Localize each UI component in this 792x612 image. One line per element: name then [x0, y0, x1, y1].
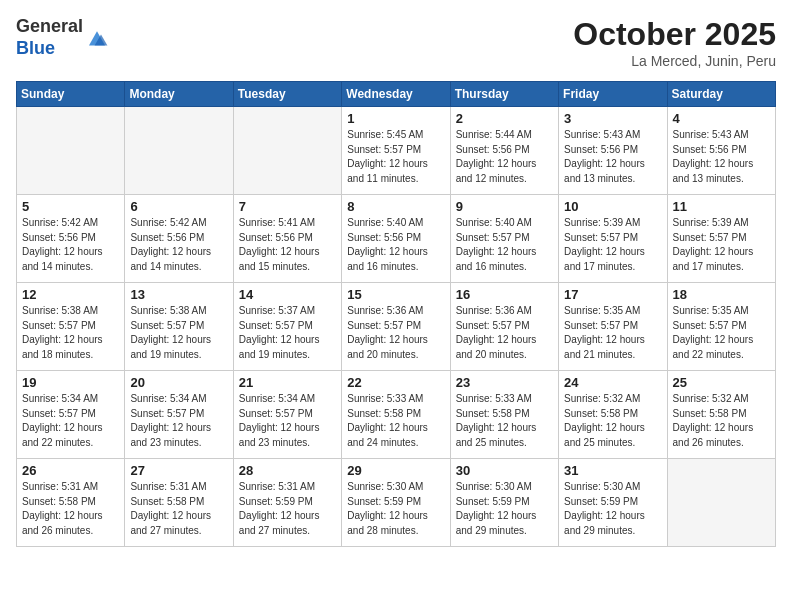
- day-number: 1: [347, 111, 444, 126]
- day-info: Sunrise: 5:34 AM Sunset: 5:57 PM Dayligh…: [130, 392, 227, 450]
- day-number: 28: [239, 463, 336, 478]
- day-info: Sunrise: 5:36 AM Sunset: 5:57 PM Dayligh…: [347, 304, 444, 362]
- calendar-cell: 9Sunrise: 5:40 AM Sunset: 5:57 PM Daylig…: [450, 195, 558, 283]
- day-info: Sunrise: 5:31 AM Sunset: 5:58 PM Dayligh…: [22, 480, 119, 538]
- day-number: 20: [130, 375, 227, 390]
- day-number: 14: [239, 287, 336, 302]
- calendar-cell: 27Sunrise: 5:31 AM Sunset: 5:58 PM Dayli…: [125, 459, 233, 547]
- calendar-cell: 13Sunrise: 5:38 AM Sunset: 5:57 PM Dayli…: [125, 283, 233, 371]
- week-row-3: 12Sunrise: 5:38 AM Sunset: 5:57 PM Dayli…: [17, 283, 776, 371]
- day-number: 2: [456, 111, 553, 126]
- calendar-cell: 25Sunrise: 5:32 AM Sunset: 5:58 PM Dayli…: [667, 371, 775, 459]
- weekday-header-friday: Friday: [559, 82, 667, 107]
- calendar-cell: 12Sunrise: 5:38 AM Sunset: 5:57 PM Dayli…: [17, 283, 125, 371]
- day-number: 25: [673, 375, 770, 390]
- day-info: Sunrise: 5:39 AM Sunset: 5:57 PM Dayligh…: [673, 216, 770, 274]
- day-number: 12: [22, 287, 119, 302]
- calendar-cell: 28Sunrise: 5:31 AM Sunset: 5:59 PM Dayli…: [233, 459, 341, 547]
- calendar-cell: 29Sunrise: 5:30 AM Sunset: 5:59 PM Dayli…: [342, 459, 450, 547]
- calendar-cell: [233, 107, 341, 195]
- day-info: Sunrise: 5:41 AM Sunset: 5:56 PM Dayligh…: [239, 216, 336, 274]
- day-number: 24: [564, 375, 661, 390]
- week-row-1: 1Sunrise: 5:45 AM Sunset: 5:57 PM Daylig…: [17, 107, 776, 195]
- month-title: October 2025: [573, 16, 776, 53]
- day-info: Sunrise: 5:33 AM Sunset: 5:58 PM Dayligh…: [456, 392, 553, 450]
- day-info: Sunrise: 5:30 AM Sunset: 5:59 PM Dayligh…: [347, 480, 444, 538]
- calendar-cell: 22Sunrise: 5:33 AM Sunset: 5:58 PM Dayli…: [342, 371, 450, 459]
- week-row-5: 26Sunrise: 5:31 AM Sunset: 5:58 PM Dayli…: [17, 459, 776, 547]
- day-info: Sunrise: 5:31 AM Sunset: 5:59 PM Dayligh…: [239, 480, 336, 538]
- day-number: 16: [456, 287, 553, 302]
- logo-general: General: [16, 16, 83, 36]
- day-number: 5: [22, 199, 119, 214]
- day-number: 23: [456, 375, 553, 390]
- day-number: 8: [347, 199, 444, 214]
- day-number: 22: [347, 375, 444, 390]
- calendar-cell: 16Sunrise: 5:36 AM Sunset: 5:57 PM Dayli…: [450, 283, 558, 371]
- calendar-cell: 19Sunrise: 5:34 AM Sunset: 5:57 PM Dayli…: [17, 371, 125, 459]
- day-number: 31: [564, 463, 661, 478]
- day-info: Sunrise: 5:40 AM Sunset: 5:56 PM Dayligh…: [347, 216, 444, 274]
- logo-text: General Blue: [16, 16, 109, 59]
- day-number: 21: [239, 375, 336, 390]
- day-number: 15: [347, 287, 444, 302]
- weekday-header-thursday: Thursday: [450, 82, 558, 107]
- calendar-cell: [667, 459, 775, 547]
- calendar-cell: 8Sunrise: 5:40 AM Sunset: 5:56 PM Daylig…: [342, 195, 450, 283]
- day-info: Sunrise: 5:43 AM Sunset: 5:56 PM Dayligh…: [564, 128, 661, 186]
- calendar-cell: 31Sunrise: 5:30 AM Sunset: 5:59 PM Dayli…: [559, 459, 667, 547]
- day-number: 10: [564, 199, 661, 214]
- weekday-header-row: SundayMondayTuesdayWednesdayThursdayFrid…: [17, 82, 776, 107]
- day-number: 3: [564, 111, 661, 126]
- day-info: Sunrise: 5:39 AM Sunset: 5:57 PM Dayligh…: [564, 216, 661, 274]
- day-number: 11: [673, 199, 770, 214]
- day-info: Sunrise: 5:30 AM Sunset: 5:59 PM Dayligh…: [456, 480, 553, 538]
- calendar-cell: 11Sunrise: 5:39 AM Sunset: 5:57 PM Dayli…: [667, 195, 775, 283]
- day-number: 17: [564, 287, 661, 302]
- calendar-cell: 20Sunrise: 5:34 AM Sunset: 5:57 PM Dayli…: [125, 371, 233, 459]
- calendar-cell: [17, 107, 125, 195]
- week-row-4: 19Sunrise: 5:34 AM Sunset: 5:57 PM Dayli…: [17, 371, 776, 459]
- day-info: Sunrise: 5:35 AM Sunset: 5:57 PM Dayligh…: [673, 304, 770, 362]
- location: La Merced, Junin, Peru: [573, 53, 776, 69]
- day-info: Sunrise: 5:36 AM Sunset: 5:57 PM Dayligh…: [456, 304, 553, 362]
- day-number: 19: [22, 375, 119, 390]
- calendar-cell: 15Sunrise: 5:36 AM Sunset: 5:57 PM Dayli…: [342, 283, 450, 371]
- day-info: Sunrise: 5:31 AM Sunset: 5:58 PM Dayligh…: [130, 480, 227, 538]
- day-info: Sunrise: 5:44 AM Sunset: 5:56 PM Dayligh…: [456, 128, 553, 186]
- day-info: Sunrise: 5:38 AM Sunset: 5:57 PM Dayligh…: [130, 304, 227, 362]
- weekday-header-saturday: Saturday: [667, 82, 775, 107]
- calendar-cell: 21Sunrise: 5:34 AM Sunset: 5:57 PM Dayli…: [233, 371, 341, 459]
- calendar-cell: 4Sunrise: 5:43 AM Sunset: 5:56 PM Daylig…: [667, 107, 775, 195]
- calendar-cell: 18Sunrise: 5:35 AM Sunset: 5:57 PM Dayli…: [667, 283, 775, 371]
- calendar-cell: 14Sunrise: 5:37 AM Sunset: 5:57 PM Dayli…: [233, 283, 341, 371]
- calendar-cell: 1Sunrise: 5:45 AM Sunset: 5:57 PM Daylig…: [342, 107, 450, 195]
- calendar-cell: [125, 107, 233, 195]
- calendar-table: SundayMondayTuesdayWednesdayThursdayFrid…: [16, 81, 776, 547]
- weekday-header-sunday: Sunday: [17, 82, 125, 107]
- day-info: Sunrise: 5:34 AM Sunset: 5:57 PM Dayligh…: [22, 392, 119, 450]
- calendar-cell: 23Sunrise: 5:33 AM Sunset: 5:58 PM Dayli…: [450, 371, 558, 459]
- day-info: Sunrise: 5:43 AM Sunset: 5:56 PM Dayligh…: [673, 128, 770, 186]
- title-block: October 2025 La Merced, Junin, Peru: [573, 16, 776, 69]
- day-number: 26: [22, 463, 119, 478]
- day-info: Sunrise: 5:40 AM Sunset: 5:57 PM Dayligh…: [456, 216, 553, 274]
- calendar-cell: 7Sunrise: 5:41 AM Sunset: 5:56 PM Daylig…: [233, 195, 341, 283]
- day-info: Sunrise: 5:33 AM Sunset: 5:58 PM Dayligh…: [347, 392, 444, 450]
- calendar-cell: 3Sunrise: 5:43 AM Sunset: 5:56 PM Daylig…: [559, 107, 667, 195]
- day-info: Sunrise: 5:38 AM Sunset: 5:57 PM Dayligh…: [22, 304, 119, 362]
- day-info: Sunrise: 5:34 AM Sunset: 5:57 PM Dayligh…: [239, 392, 336, 450]
- calendar-cell: 17Sunrise: 5:35 AM Sunset: 5:57 PM Dayli…: [559, 283, 667, 371]
- weekday-header-wednesday: Wednesday: [342, 82, 450, 107]
- logo-icon: [85, 26, 109, 50]
- day-number: 9: [456, 199, 553, 214]
- day-info: Sunrise: 5:37 AM Sunset: 5:57 PM Dayligh…: [239, 304, 336, 362]
- day-number: 6: [130, 199, 227, 214]
- day-number: 29: [347, 463, 444, 478]
- calendar-cell: 2Sunrise: 5:44 AM Sunset: 5:56 PM Daylig…: [450, 107, 558, 195]
- day-info: Sunrise: 5:35 AM Sunset: 5:57 PM Dayligh…: [564, 304, 661, 362]
- day-number: 18: [673, 287, 770, 302]
- day-number: 13: [130, 287, 227, 302]
- day-number: 27: [130, 463, 227, 478]
- day-info: Sunrise: 5:42 AM Sunset: 5:56 PM Dayligh…: [22, 216, 119, 274]
